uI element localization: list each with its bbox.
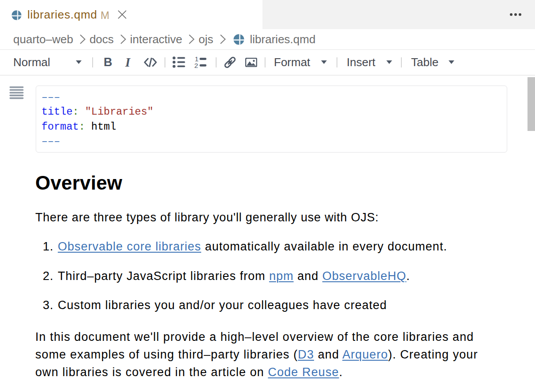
svg-text:2: 2 — [195, 62, 198, 69]
